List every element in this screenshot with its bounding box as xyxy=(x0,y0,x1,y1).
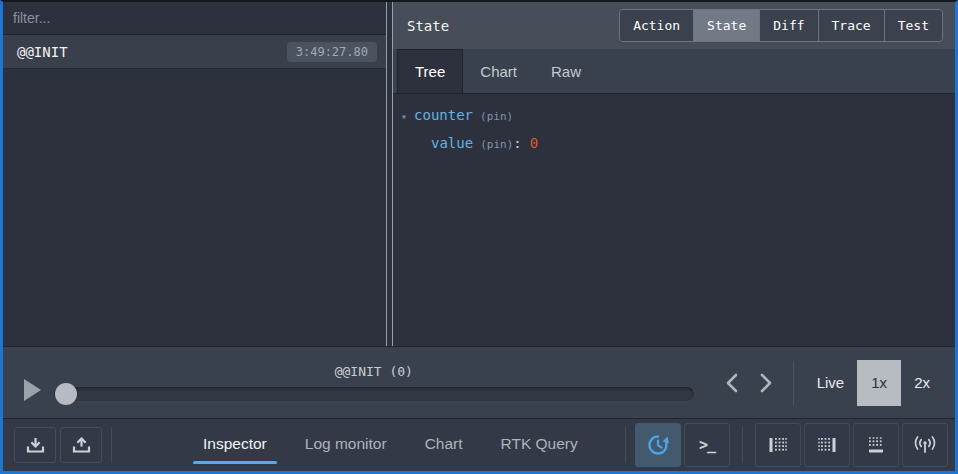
divider xyxy=(111,427,112,463)
subtab-chart[interactable]: Chart xyxy=(463,49,534,93)
tree-key: counter xyxy=(414,107,473,123)
filter-input[interactable] xyxy=(3,2,386,34)
import-button[interactable] xyxy=(14,427,56,463)
recording-timer-button[interactable] xyxy=(635,423,681,467)
divider xyxy=(625,427,626,463)
export-icon xyxy=(72,436,91,454)
current-action-label: @@INIT (0) xyxy=(53,364,695,379)
playback-controls: Live 1x 2x xyxy=(715,360,943,406)
playback-bar: @@INIT (0) Live 1x 2x xyxy=(3,346,955,418)
remote-button[interactable] xyxy=(902,423,948,467)
footer-bar: Inspector Log monitor Chart RTK Query >_ xyxy=(3,418,955,471)
panel-title: State xyxy=(407,18,449,34)
redux-devtools-window: @@INIT 3:49:27.80 State Action State Dif… xyxy=(0,0,958,474)
step-back-button[interactable] xyxy=(715,363,749,403)
tab-rtk-query[interactable]: RTK Query xyxy=(499,426,580,464)
playback-left: @@INIT (0) xyxy=(3,364,695,402)
dock-bottom-icon xyxy=(866,435,886,455)
tab-state[interactable]: State xyxy=(693,10,759,41)
tab-trace[interactable]: Trace xyxy=(818,10,884,41)
divider xyxy=(742,427,743,463)
tree-value: 0 xyxy=(530,135,538,151)
state-tree: ▾ counter (pin) value (pin): 0 xyxy=(393,94,955,346)
dispatcher-icon: >_ xyxy=(699,436,715,454)
tree-meta: (pin) xyxy=(480,138,513,151)
speed-1x-button[interactable]: 1x xyxy=(857,360,901,406)
state-inspector-panel: State Action State Diff Trace Test Tree … xyxy=(393,2,955,346)
dock-bottom-button[interactable] xyxy=(853,423,899,467)
tree-meta: (pin) xyxy=(480,110,513,123)
chevron-right-icon xyxy=(760,373,772,393)
import-icon xyxy=(26,436,45,454)
tree-node-counter[interactable]: ▾ counter (pin) xyxy=(401,107,955,135)
expander-arrow-icon[interactable]: ▾ xyxy=(401,111,407,122)
main-area: @@INIT 3:49:27.80 State Action State Dif… xyxy=(3,2,955,346)
tree-separator: : xyxy=(513,135,521,151)
tab-diff[interactable]: Diff xyxy=(759,10,817,41)
dock-left-icon xyxy=(768,435,788,455)
inspector-header: State Action State Diff Trace Test xyxy=(393,2,955,49)
tab-chart[interactable]: Chart xyxy=(423,426,465,464)
action-list-empty-area xyxy=(3,69,386,346)
remote-icon xyxy=(912,435,938,455)
tree-node-value[interactable]: value (pin): 0 xyxy=(431,135,955,163)
import-export-group xyxy=(14,427,102,463)
play-icon[interactable] xyxy=(24,379,41,401)
action-timestamp: 3:49:27.80 xyxy=(287,42,377,62)
tree-key: value xyxy=(431,135,473,151)
tab-log-monitor[interactable]: Log monitor xyxy=(303,426,389,464)
action-name: @@INIT xyxy=(17,44,68,60)
subtab-raw[interactable]: Raw xyxy=(534,49,598,93)
filter-row xyxy=(3,2,386,35)
subtab-bar: Tree Chart Raw xyxy=(393,49,955,94)
footer-actions: >_ xyxy=(635,423,948,467)
dispatcher-button[interactable]: >_ xyxy=(684,423,730,467)
panel-resizer[interactable] xyxy=(386,2,393,346)
speed-2x-button[interactable]: 2x xyxy=(901,360,943,406)
divider xyxy=(793,361,794,405)
export-button[interactable] xyxy=(60,427,102,463)
dock-right-icon xyxy=(817,435,837,455)
action-list-item-init[interactable]: @@INIT 3:49:27.80 xyxy=(3,35,386,69)
tab-inspector[interactable]: Inspector xyxy=(201,426,269,464)
chevron-left-icon xyxy=(726,373,738,393)
tab-action[interactable]: Action xyxy=(620,10,693,41)
subtab-tree[interactable]: Tree xyxy=(397,49,463,93)
action-list-panel: @@INIT 3:49:27.80 xyxy=(3,2,386,346)
slider-thumb[interactable] xyxy=(55,383,77,405)
inspector-tab-group: Action State Diff Trace Test xyxy=(619,9,943,42)
dock-left-button[interactable] xyxy=(755,423,801,467)
timeline-slider[interactable] xyxy=(53,386,695,402)
tab-test[interactable]: Test xyxy=(884,10,942,41)
slider-column: @@INIT (0) xyxy=(53,364,695,402)
dock-right-button[interactable] xyxy=(804,423,850,467)
step-forward-button[interactable] xyxy=(749,363,783,403)
live-button[interactable]: Live xyxy=(804,360,858,406)
monitor-tabs: Inspector Log monitor Chart RTK Query xyxy=(201,426,580,464)
recording-timer-icon xyxy=(646,433,670,457)
